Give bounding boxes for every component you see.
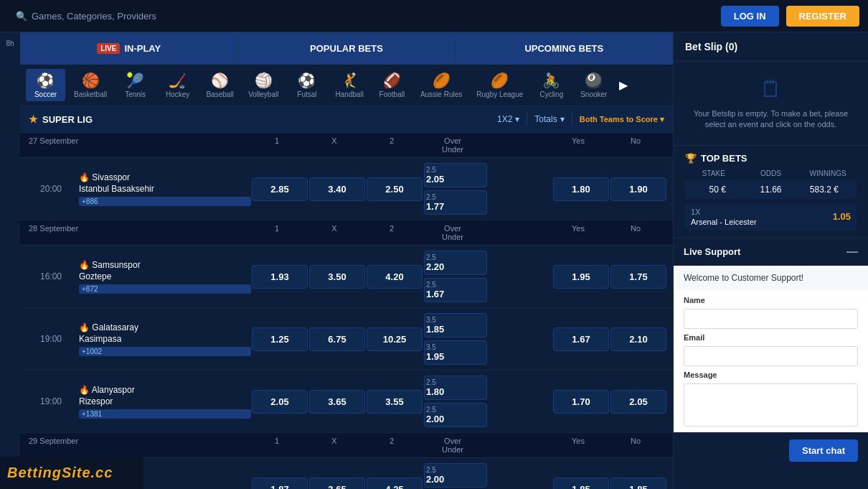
email-input[interactable] [684,346,858,366]
team2: Kasimpasa [79,334,251,344]
hockey-icon: 🏒 [169,72,187,89]
login-button[interactable]: LOG IN [721,6,779,27]
odd-under[interactable]: 2.51.77 [424,190,487,215]
handball-icon: 🤾 [341,72,359,89]
odd-1[interactable]: 2.85 [252,177,308,201]
odd-2[interactable]: 2.50 [367,177,423,201]
match-count[interactable]: +872 [79,284,251,294]
live-support-close[interactable]: — [846,246,858,259]
odd-1[interactable]: 1.87 [252,478,308,490]
odd-x[interactable]: 3.40 [309,177,365,201]
odd-x[interactable]: 3.65 [309,390,365,414]
sport-rugbyleague[interactable]: 🏉 Rugby League [471,69,529,101]
sidebar-item-8h[interactable]: 8h [4,37,15,50]
odd-2[interactable]: 10.25 [367,327,423,351]
top-bets-col-headers: STAKE ODDS WINNINGS [685,169,857,177]
tab-popular[interactable]: POPULAR BETS [237,32,455,65]
sport-aussierules[interactable]: 🏉 Aussie Rules [415,69,468,101]
name-input[interactable] [684,309,858,329]
table-row[interactable]: 20:00 🔥 Sivasspor Istanbul Basaksehir +8… [20,158,673,220]
odd-1[interactable]: 2.05 [252,390,308,414]
sports-nav-arrow[interactable]: ▶ [619,78,628,92]
odd-under[interactable]: 2.51.67 [424,278,487,302]
tab-inplay[interactable]: LIVE IN-PLAY [20,32,237,65]
email-label: Email [684,333,858,342]
market-1x2[interactable]: 1X2 ▾ [497,114,519,124]
odd-over[interactable]: 2.52.20 [424,251,487,275]
odd-no[interactable]: 2.10 [610,327,666,351]
odd-yes[interactable]: 1.85 [553,478,609,490]
search-bar[interactable]: 🔍 Games, Categories, Providers [16,11,156,22]
odd-yes[interactable]: 1.70 [553,390,609,414]
odd-2[interactable]: 3.55 [367,390,423,414]
sport-hockey[interactable]: 🏒 Hockey [158,69,197,101]
odd-1[interactable]: 1.25 [252,327,308,351]
odd-under[interactable]: 3.51.95 [424,340,487,365]
sport-basketball-label: Basketball [74,90,107,98]
tab-popular-label: POPULAR BETS [310,43,383,54]
odd-x[interactable]: 6.75 [309,327,365,351]
sport-baseball[interactable]: ⚾ Baseball [200,69,240,101]
odd-2[interactable]: 4.20 [367,265,423,289]
basketball-icon: 🏀 [82,72,100,89]
bet-slip-empty-icon: 🗒 [760,76,783,103]
match-count[interactable]: +1381 [79,409,251,419]
message-textarea[interactable] [684,383,858,427]
sport-snooker[interactable]: 🎱 Snooker [574,69,613,101]
sport-futsal[interactable]: ⚽ Futsal [287,69,326,101]
odd-yes[interactable]: 1.95 [553,265,609,289]
sports-nav: ⚽ Soccer 🏀 Basketball 🎾 Tennis 🏒 Hockey … [20,65,673,106]
top-bets-title: 🏆 TOP BETS [685,153,857,164]
odd-no[interactable]: 2.05 [610,390,666,414]
odd-over[interactable]: 2.51.80 [424,376,487,400]
odd-yes[interactable]: 1.80 [553,177,609,201]
date-row: 29 September1X2OverUnderYesNo [20,433,673,458]
left-sidebar: 8h [0,32,20,489]
market-both-teams-arrow: ▾ [660,115,664,124]
market-both-teams[interactable]: Both Teams to Score ▾ [580,115,664,124]
table-row[interactable]: 16:00 🔥 Samsunspor Goztepe +872 1.93 3.5… [20,246,673,308]
sport-handball[interactable]: 🤾 Handball [329,69,369,101]
odd-2[interactable]: 4.25 [367,478,423,490]
odd-1[interactable]: 1.93 [252,265,308,289]
match-count[interactable]: +1002 [79,347,251,356]
sport-tennis[interactable]: 🎾 Tennis [115,69,155,101]
top-bet-item[interactable]: 1X Arsenal - Leicester 1.05 [685,203,857,230]
odd-under[interactable]: 2.52.00 [424,403,487,427]
live-support-footer: Start chat [674,432,868,469]
sport-cycling[interactable]: 🚴 Cycling [532,69,571,101]
table-row[interactable]: 19:00 🔥 Alanyaspor Rizespor +1381 2.05 3… [20,371,673,433]
live-support-welcome: Welcome to Customer Support! [674,266,868,290]
market-totals-label: Totals [534,114,557,124]
start-chat-button[interactable]: Start chat [789,439,858,462]
odd-over[interactable]: 2.52.00 [424,463,487,488]
odd-no[interactable]: 1.90 [610,177,666,201]
tab-upcoming[interactable]: UPCOMING BETS [456,32,673,65]
match-teams: 🔥 Samsunspor Goztepe +872 [76,260,251,294]
sport-basketball[interactable]: 🏀 Basketball [68,69,113,101]
odd-x[interactable]: 3.50 [309,265,365,289]
live-support-title: Live Support [684,246,740,257]
market-separator [527,112,527,126]
star-icon[interactable]: ★ [29,113,38,125]
sport-soccer[interactable]: ⚽ Soccer [26,69,65,101]
odd-over[interactable]: 2.52.05 [424,163,487,187]
odd-no[interactable]: 1.85 [610,478,666,490]
register-button[interactable]: REGISTER [786,6,859,27]
date-row: 27 September1X2OverUnderYesNo [20,133,673,158]
bet-slip-empty: 🗒 Your Betslip is empty. To make a bet, … [674,62,868,145]
sport-football[interactable]: 🏈 Football [372,69,412,101]
snooker-icon: 🎱 [585,72,603,89]
live-support-form: Name Email Message [674,290,868,432]
odd-yes[interactable]: 1.67 [553,327,609,351]
sport-volleyball[interactable]: 🏐 Volleyball [242,69,284,101]
table-row[interactable]: 19:00 🔥 Galatasaray Kasimpasa +1002 1.25… [20,308,673,371]
odd-no[interactable]: 1.75 [610,265,666,289]
col-odds: ODDS [742,169,800,177]
right-panel: Bet Slip (0) 🗒 Your Betslip is empty. To… [673,32,868,489]
odd-x[interactable]: 3.65 [309,478,365,490]
market-totals[interactable]: Totals ▾ [534,114,564,124]
odd-over[interactable]: 3.51.85 [424,313,487,337]
match-count[interactable]: +886 [79,197,251,206]
col-winnings: WINNINGS [799,169,857,177]
